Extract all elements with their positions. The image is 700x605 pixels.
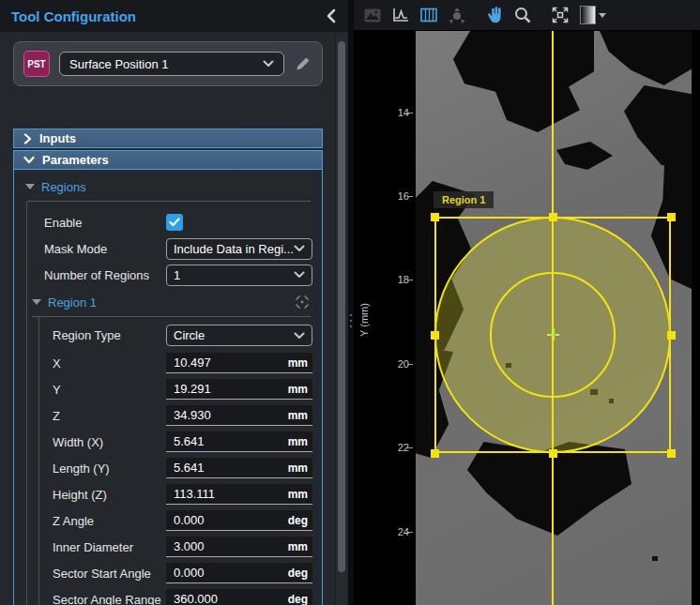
inner-diameter-unit: mm: [288, 540, 312, 553]
region-handle-se[interactable]: [667, 449, 676, 458]
inner-diameter-label: Inner Diameter: [53, 540, 166, 554]
data-view-panel: Y (mm) 14 16 18 20 22 24: [354, 0, 700, 605]
region1-section-header[interactable]: Region 1: [27, 290, 322, 314]
chevron-down-icon: [263, 60, 274, 68]
tool-configuration-panel: Tool Configuration PST Surface Position …: [0, 0, 348, 605]
surface-blob: [624, 85, 692, 172]
region-type-label: Region Type: [53, 328, 166, 342]
tool-selector-card: PST Surface Position 1: [13, 41, 323, 86]
chevron-down-icon: [294, 271, 305, 279]
panel-header: Tool Configuration: [0, 0, 348, 32]
width-x-unit: mm: [288, 435, 312, 448]
region-handle-e[interactable]: [667, 331, 676, 340]
heightmap-view-button[interactable]: [418, 4, 440, 26]
sector-angle-range-input[interactable]: 360.000deg: [166, 589, 312, 605]
width-x-row: Width (X) 5.641mm: [39, 429, 322, 455]
length-y-input[interactable]: 5.641mm: [166, 458, 312, 478]
fit-view-button[interactable]: [549, 4, 571, 26]
mask-mode-value: Include Data in Regi...: [174, 242, 294, 256]
collapse-panel-button[interactable]: [322, 8, 339, 24]
accordion-parameters[interactable]: Parameters: [13, 150, 323, 170]
zoom-button[interactable]: [511, 4, 534, 26]
number-of-regions-select[interactable]: 1: [166, 265, 312, 286]
surface-3d-view-button[interactable]: [446, 4, 468, 26]
chevron-down-icon: [294, 332, 305, 340]
triangle-down-icon: [25, 184, 35, 189]
region-handle-sw[interactable]: [431, 449, 439, 458]
chevron-down-icon: [599, 13, 606, 18]
x-unit: mm: [288, 356, 312, 370]
profile-crosshair-line: [552, 31, 554, 605]
y-axis-tick-label: 14: [372, 107, 409, 118]
center-region-button[interactable]: [294, 294, 311, 310]
intensity-image-icon: [364, 8, 381, 23]
y-axis-tick-label: 22: [372, 442, 409, 453]
intensity-image-button[interactable]: [361, 4, 384, 26]
z-input[interactable]: 34.930mm: [166, 405, 312, 426]
sector-angle-range-row: Sector Angle Range 360.000deg: [39, 586, 322, 605]
tool-type-badge: PST: [23, 51, 50, 77]
triangle-down-icon: [32, 299, 41, 305]
height-z-row: Height (Z) 113.111mm: [39, 481, 322, 507]
colormap-gradient-icon: [580, 6, 596, 24]
length-y-label: Length (Y): [53, 461, 166, 476]
y-axis-tick-mark: [407, 280, 413, 280]
enable-row: Enable: [27, 209, 322, 235]
width-x-input[interactable]: 5.641mm: [166, 431, 312, 452]
enable-checkbox[interactable]: [166, 214, 183, 231]
heightmap-view[interactable]: Y (mm) 14 16 18 20 22 24: [354, 30, 700, 605]
heightmap-view-icon: [420, 8, 437, 23]
region-type-select[interactable]: Circle: [166, 325, 312, 346]
colormap-selector[interactable]: [577, 4, 609, 26]
profile-plot-button[interactable]: [389, 4, 412, 26]
scrollbar-thumb[interactable]: [338, 41, 345, 572]
y-axis-tick-mark: [407, 113, 413, 113]
y-unit: mm: [288, 383, 312, 396]
surface-heightmap-image[interactable]: Region 1: [416, 31, 692, 605]
x-value: 10.497: [166, 355, 288, 370]
chevron-left-icon: [326, 8, 336, 23]
toolbar-spacer: [540, 4, 543, 26]
y-label: Y: [53, 383, 166, 397]
sector-start-angle-label: Sector Start Angle: [53, 567, 166, 581]
fit-view-icon: [552, 7, 569, 23]
panel-scroll-content: PST Surface Position 1 Inputs: [0, 34, 332, 605]
height-z-input[interactable]: 113.111mm: [166, 484, 312, 505]
region1-section-label: Region 1: [48, 295, 287, 310]
regions-section-header[interactable]: Regions: [14, 174, 322, 199]
surface-3d-view-icon: [449, 8, 465, 23]
center-region-icon: [295, 295, 310, 310]
panel-scrollbar[interactable]: [335, 34, 346, 605]
x-row: X 10.497mm: [39, 350, 322, 376]
z-angle-input[interactable]: 0.000deg: [166, 510, 312, 531]
sector-start-angle-unit: deg: [288, 567, 312, 580]
z-angle-unit: deg: [288, 514, 312, 527]
length-y-value: 5.641: [166, 461, 288, 475]
view-toolbar: [354, 0, 700, 30]
region-handle-ne[interactable]: [667, 213, 676, 221]
inner-diameter-input[interactable]: 3.000mm: [166, 537, 312, 557]
z-label: Z: [53, 409, 166, 423]
region-type-row: Region Type Circle: [39, 321, 322, 350]
region-handle-nw[interactable]: [431, 213, 439, 221]
region1-body: Region Type Circle X 10.497mm Y: [38, 317, 322, 605]
mask-mode-select[interactable]: Include Data in Regi...: [166, 238, 312, 260]
regions-section-label: Regions: [41, 180, 86, 194]
width-x-label: Width (X): [53, 435, 166, 449]
tool-select-dropdown[interactable]: Surface Position 1: [59, 52, 284, 76]
z-unit: mm: [288, 409, 312, 422]
rename-tool-button[interactable]: [294, 54, 312, 73]
y-input[interactable]: 19.291mm: [166, 379, 312, 400]
pan-hand-button[interactable]: [483, 4, 506, 26]
pan-hand-icon: [487, 7, 503, 23]
x-input[interactable]: 10.497mm: [166, 353, 312, 373]
y-axis-tick-mark: [407, 532, 413, 533]
region-handle-w[interactable]: [431, 331, 439, 340]
z-angle-value: 0.000: [166, 513, 288, 527]
y-axis-tick-label: 24: [372, 526, 409, 537]
z-angle-label: Z Angle: [53, 514, 166, 528]
length-y-unit: mm: [288, 461, 312, 475]
sector-start-angle-input[interactable]: 0.000deg: [166, 563, 312, 583]
accordion-inputs[interactable]: Inputs: [13, 129, 323, 148]
chevron-down-icon: [294, 245, 305, 252]
